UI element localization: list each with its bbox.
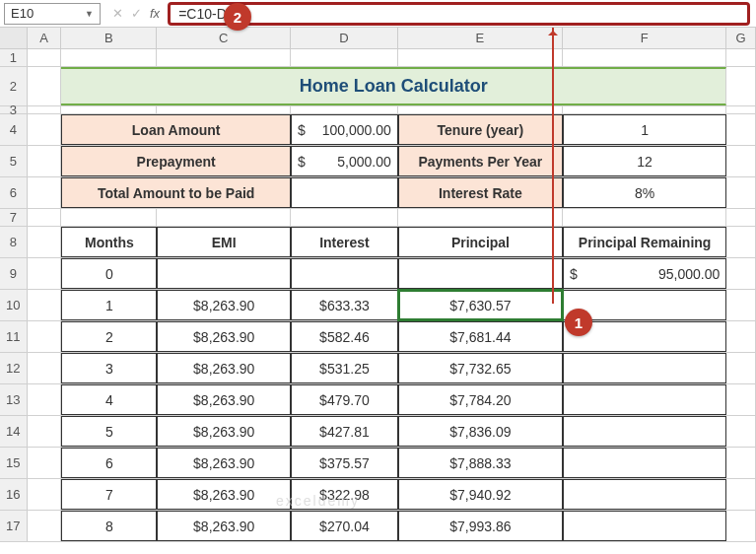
row-header[interactable]: 4 — [0, 114, 28, 145]
cell[interactable] — [563, 106, 726, 114]
cell[interactable] — [28, 114, 62, 145]
principal-cell[interactable]: $7,630.57 — [398, 290, 563, 320]
remaining-value[interactable]: $95,000.00 — [563, 258, 726, 289]
cell[interactable] — [726, 384, 756, 415]
row-header[interactable]: 10 — [0, 290, 28, 320]
months-cell[interactable]: 5 — [61, 416, 157, 447]
row-header[interactable]: 11 — [0, 321, 28, 352]
principal-cell[interactable]: $7,784.20 — [398, 384, 563, 415]
cell[interactable] — [726, 258, 756, 289]
interest-cell[interactable]: $582.46 — [291, 321, 398, 352]
remaining-cell[interactable] — [563, 416, 726, 447]
prepay-value[interactable]: $5,000.00 — [291, 146, 398, 176]
months-cell[interactable]: 7 — [61, 479, 157, 510]
principal-cell[interactable]: $7,836.09 — [398, 416, 563, 447]
cell[interactable] — [28, 479, 62, 510]
int-0[interactable] — [291, 258, 398, 289]
row-header[interactable]: 17 — [0, 511, 28, 541]
row-header[interactable]: 2 — [0, 67, 28, 105]
cell[interactable] — [28, 146, 62, 176]
cell[interactable] — [28, 353, 62, 383]
remaining-cell[interactable] — [563, 511, 726, 541]
col-header-C[interactable]: C — [157, 28, 291, 48]
row-header[interactable]: 16 — [0, 479, 28, 510]
cell[interactable] — [726, 353, 756, 383]
cell[interactable] — [28, 67, 62, 105]
cell[interactable] — [726, 227, 756, 257]
months-cell[interactable]: 3 — [61, 353, 157, 383]
principal-cell[interactable]: $7,940.92 — [398, 479, 563, 510]
row-header[interactable]: 13 — [0, 384, 28, 415]
principal-cell[interactable]: $7,993.86 — [398, 511, 563, 541]
row-header[interactable]: 3 — [0, 106, 28, 113]
cell[interactable] — [726, 146, 756, 176]
row-header[interactable]: 14 — [0, 416, 28, 447]
row-header[interactable]: 12 — [0, 353, 28, 383]
interest-cell[interactable]: $375.57 — [291, 448, 398, 478]
prin-0[interactable] — [398, 258, 563, 289]
emi-cell[interactable]: $8,263.90 — [157, 448, 291, 478]
cell[interactable] — [726, 114, 756, 145]
cell[interactable] — [28, 209, 62, 226]
cell[interactable] — [28, 321, 62, 352]
cell[interactable] — [726, 209, 756, 226]
ppy-value[interactable]: 12 — [563, 146, 726, 176]
principal-cell[interactable]: $7,888.33 — [398, 448, 563, 478]
confirm-icon[interactable]: ✓ — [131, 6, 142, 21]
cell[interactable] — [398, 209, 563, 226]
row-header[interactable]: 7 — [0, 209, 28, 226]
emi-cell[interactable]: $8,263.90 — [157, 353, 291, 383]
cell[interactable] — [726, 290, 756, 320]
cell[interactable] — [28, 448, 62, 478]
cell[interactable] — [726, 416, 756, 447]
cell[interactable] — [28, 49, 62, 66]
tenure-value[interactable]: 1 — [563, 114, 726, 145]
name-box[interactable]: E10 ▼ — [4, 3, 101, 25]
cell[interactable] — [291, 106, 398, 114]
select-all-corner[interactable] — [0, 28, 28, 48]
row-header[interactable]: 6 — [0, 177, 28, 208]
cell[interactable] — [28, 290, 62, 320]
remaining-cell[interactable] — [563, 448, 726, 478]
emi-cell[interactable]: $8,263.90 — [157, 290, 291, 320]
cell[interactable] — [157, 209, 291, 226]
cell[interactable] — [28, 227, 62, 257]
principal-cell[interactable]: $7,732.65 — [398, 353, 563, 383]
cell[interactable] — [726, 479, 756, 510]
cell[interactable] — [28, 384, 62, 415]
months-cell[interactable]: 8 — [61, 511, 157, 541]
cell[interactable] — [291, 209, 398, 226]
col-header-G[interactable]: G — [726, 28, 756, 48]
cell[interactable] — [157, 106, 291, 114]
col-header-D[interactable]: D — [291, 28, 398, 48]
principal-cell[interactable]: $7,681.44 — [398, 321, 563, 352]
emi-cell[interactable]: $8,263.90 — [157, 416, 291, 447]
row-header[interactable]: 15 — [0, 448, 28, 478]
interest-cell[interactable]: $322.98 — [291, 479, 398, 510]
cell[interactable] — [157, 49, 291, 66]
row-header[interactable]: 8 — [0, 227, 28, 257]
dropdown-icon[interactable]: ▼ — [85, 9, 94, 19]
col-header-A[interactable]: A — [28, 28, 62, 48]
emi-cell[interactable]: $8,263.90 — [157, 384, 291, 415]
months-cell[interactable]: 2 — [61, 321, 157, 352]
interest-cell[interactable]: $427.81 — [291, 416, 398, 447]
cell[interactable] — [726, 67, 756, 105]
cell[interactable] — [726, 511, 756, 541]
emi-cell[interactable]: $8,263.90 — [157, 321, 291, 352]
cell[interactable] — [61, 49, 157, 66]
interest-cell[interactable]: $479.70 — [291, 384, 398, 415]
interest-cell[interactable]: $531.25 — [291, 353, 398, 383]
col-header-F[interactable]: F — [563, 28, 726, 48]
total-value[interactable] — [291, 177, 398, 208]
cancel-icon[interactable]: ✕ — [112, 6, 123, 21]
cell[interactable] — [726, 448, 756, 478]
interest-cell[interactable]: $633.33 — [291, 290, 398, 320]
interest-cell[interactable]: $270.04 — [291, 511, 398, 541]
emi-cell[interactable]: $8,263.90 — [157, 511, 291, 541]
cell[interactable] — [291, 49, 398, 66]
cell[interactable] — [61, 209, 157, 226]
cell[interactable] — [28, 511, 62, 541]
rate-value[interactable]: 8% — [563, 177, 726, 208]
cell[interactable] — [726, 106, 756, 114]
